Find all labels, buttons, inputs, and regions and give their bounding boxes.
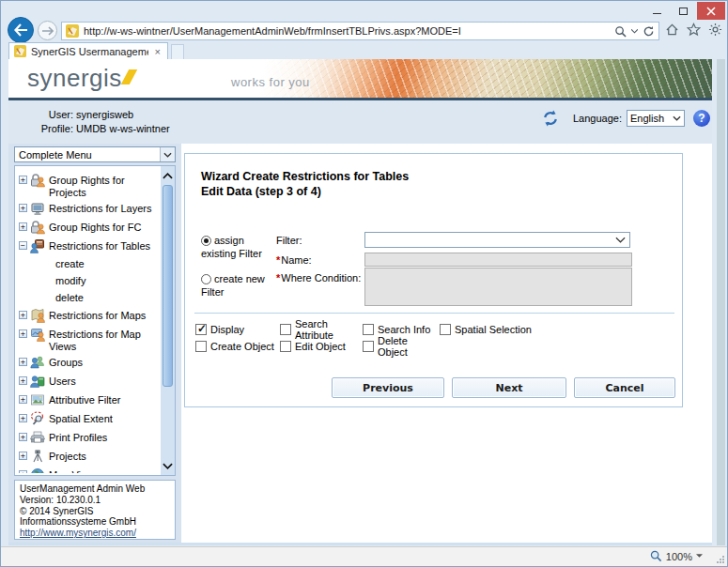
url-bar[interactable]: http://w-ws-wintner/UserManagementAdminW… — [61, 22, 659, 40]
expand-icon[interactable]: + — [19, 176, 27, 184]
browser-window: http://w-ws-wintner/UserManagementAdminW… — [0, 0, 728, 567]
footer-line: © 2014 SynerGIS — [20, 506, 170, 517]
chevron-down-icon — [160, 147, 175, 161]
sidebar-item-create[interactable]: create — [18, 255, 159, 272]
search-icon[interactable] — [614, 25, 627, 38]
assign-existing-filter-radio[interactable]: assign existing Filter — [201, 232, 276, 267]
language-label: Language: — [573, 113, 622, 124]
expand-icon[interactable]: + — [19, 358, 27, 366]
checked-checkbox-icon[interactable] — [195, 324, 207, 335]
page-viewport: synergis works for you User: synergisweb… — [8, 59, 712, 545]
unchecked-checkbox-icon[interactable] — [440, 324, 451, 335]
sidebar-item-group-rights-for-fc[interactable]: +Group Rights for FC — [18, 218, 159, 237]
create-new-filter-radio[interactable]: create new Filter — [201, 267, 276, 306]
sidebar-item-restrictions-for-tables[interactable]: −Restrictions for Tables — [18, 237, 159, 255]
footer-line: UserManagement Admin Web — [20, 483, 170, 495]
settings-button[interactable] — [708, 23, 722, 37]
collapse-icon[interactable]: − — [19, 241, 27, 250]
reload-page-button[interactable] — [541, 109, 560, 128]
expand-icon[interactable]: + — [19, 433, 27, 441]
sidebar-scrollbar[interactable] — [161, 166, 175, 475]
unchecked-checkbox-icon[interactable] — [195, 341, 207, 352]
sidebar-item-group-rights-for-projects[interactable]: +Group Rights for Projects — [18, 171, 159, 199]
checkbox-edit-object[interactable]: Edit Object — [280, 341, 363, 352]
scrollbar-thumb[interactable] — [163, 185, 173, 387]
group-rights-icon — [30, 220, 46, 235]
filter-select[interactable] — [364, 232, 630, 248]
sidebar-item-delete[interactable]: delete — [18, 289, 159, 306]
expand-icon[interactable]: + — [19, 470, 27, 473]
groups-icon — [30, 355, 46, 370]
tab-synergis-usermanagement[interactable]: SynerGIS Usermanagement ... × — [8, 42, 168, 59]
url-input[interactable]: http://w-ws-wintner/UserManagementAdminW… — [84, 25, 611, 37]
help-button[interactable]: ? — [693, 110, 710, 127]
sidebar-item-print-profiles[interactable]: +Print Profiles — [18, 428, 159, 447]
sidebar-item-users[interactable]: +Users — [18, 372, 159, 391]
checkbox-spatial-selection[interactable]: Spatial Selection — [440, 324, 532, 335]
radio-icon[interactable] — [201, 274, 211, 284]
expand-icon[interactable]: + — [19, 414, 27, 422]
new-tab-button[interactable] — [171, 44, 184, 59]
forward-button[interactable] — [38, 21, 57, 40]
radio-icon[interactable] — [201, 236, 211, 246]
sidebar-item-restrictions-for-layers[interactable]: +Restrictions for Layers — [18, 199, 159, 218]
search-dropdown-icon[interactable] — [631, 29, 638, 34]
sidebar-item-attributive-filter[interactable]: +Attributive Filter — [18, 391, 159, 409]
maximize-button[interactable] — [671, 2, 695, 20]
zoom-control[interactable]: 100% — [650, 550, 703, 562]
minimize-button[interactable] — [644, 2, 669, 20]
tab-title: SynerGIS Usermanagement ... — [31, 46, 148, 57]
unchecked-checkbox-icon[interactable] — [280, 324, 291, 335]
tab-close-icon[interactable]: × — [153, 46, 163, 57]
checkbox-display[interactable]: Display — [195, 324, 280, 335]
sidebar-item-spatial-extent[interactable]: +Spatial Extent — [18, 409, 159, 428]
back-button[interactable] — [8, 17, 34, 43]
question-icon: ? — [698, 112, 705, 125]
sidebar-item-modify[interactable]: modify — [18, 272, 159, 289]
expand-icon[interactable]: + — [19, 222, 27, 231]
synergis-website-link[interactable]: http://www.mysynergis.com/ — [20, 528, 136, 538]
refresh-icon[interactable] — [643, 25, 655, 38]
expand-icon[interactable]: + — [19, 376, 27, 385]
filter-label: Filter: — [276, 232, 364, 251]
resize-grip-icon[interactable] — [717, 556, 724, 563]
sidebar-item-label: Restrictions for Map Views — [49, 327, 159, 353]
scroll-down-button[interactable] — [161, 458, 175, 473]
user-value: synergisweb — [76, 109, 133, 120]
sidebar-item-label: Restrictions for Layers — [49, 201, 151, 215]
checkbox-label: Delete Object — [378, 335, 440, 358]
previous-button[interactable]: Previous — [332, 377, 444, 398]
cancel-button[interactable]: Cancel — [574, 377, 675, 398]
close-button[interactable] — [697, 2, 725, 20]
sidebar-item-map-views[interactable]: +Map Views — [18, 466, 159, 473]
language-select[interactable]: English — [627, 110, 685, 127]
expand-icon[interactable]: + — [19, 204, 27, 212]
expand-icon[interactable]: + — [19, 395, 27, 404]
expand-icon[interactable]: + — [19, 311, 27, 319]
sidebar-item-restrictions-for-maps[interactable]: +Restrictions for Maps — [18, 306, 159, 325]
next-button[interactable]: Next — [452, 377, 566, 398]
tab-favicon-icon — [14, 45, 26, 57]
sidebar-item-label: Groups — [49, 355, 83, 369]
titlebar — [1, 1, 727, 20]
checkbox-create-object[interactable]: Create Object — [195, 341, 280, 352]
unchecked-checkbox-icon[interactable] — [363, 324, 374, 335]
expand-icon[interactable]: + — [19, 452, 27, 460]
favorites-button[interactable] — [687, 23, 701, 37]
where-condition-label: *Where Condition: — [276, 267, 364, 306]
unchecked-checkbox-icon[interactable] — [363, 341, 374, 352]
menu-filter-select[interactable]: Complete Menu — [14, 146, 176, 162]
unchecked-checkbox-icon[interactable] — [280, 341, 291, 352]
checkbox-delete-object[interactable]: Delete Object — [363, 335, 440, 358]
sidebar-item-projects[interactable]: +Projects — [18, 447, 159, 466]
minimize-icon — [653, 13, 661, 14]
checkbox-search-info[interactable]: Search Info — [363, 324, 440, 335]
logo-tagline: works for you — [231, 75, 310, 89]
home-button[interactable] — [665, 23, 679, 37]
sidebar-item-groups[interactable]: +Groups — [18, 353, 159, 372]
expand-icon[interactable]: + — [19, 329, 27, 338]
checkbox-search-attribute[interactable]: Search Attribute — [280, 318, 363, 341]
browser-scrollbar-area[interactable] — [717, 59, 725, 545]
sidebar-item-restrictions-for-map-views[interactable]: +Restrictions for Map Views — [18, 325, 159, 353]
scroll-up-button[interactable] — [161, 168, 175, 183]
